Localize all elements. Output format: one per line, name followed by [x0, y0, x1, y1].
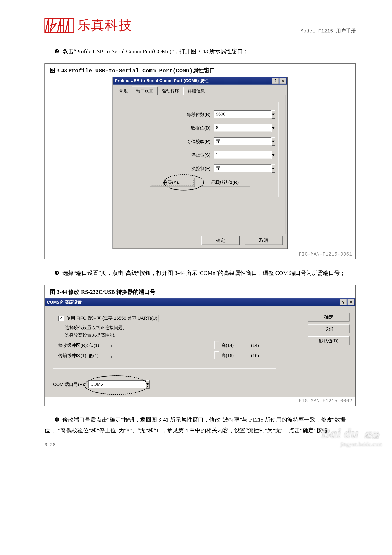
parity-dropdown-icon[interactable]: [271, 138, 275, 146]
dialog2-title: COM5 的高级设置: [47, 299, 82, 305]
tab-general[interactable]: 常规: [115, 87, 132, 95]
page-header: 乐真科技 Model F1215 用户手册: [44, 16, 356, 36]
figure-3-44: 图 3-44 修改 RS-232C/USB 转换器的端口号 COM5 的高级设置…: [44, 285, 356, 406]
help-button-2[interactable]: ?: [340, 299, 347, 305]
advanced-settings-dialog: COM5 的高级设置 ? × 确定 取消 默认值(D) ✓ 使用 FIFO 缓冲…: [45, 298, 356, 397]
ok-button[interactable]: 确定: [201, 236, 240, 245]
help-button[interactable]: ?: [272, 78, 279, 84]
rx-slider-thumb[interactable]: [214, 341, 219, 349]
step-3: ❸ 选择“端口设置”页，点击“高级”按钮，打开图 3-44 所示“COMn”的高…: [54, 268, 356, 278]
brand-logo: [44, 18, 74, 33]
rx-value: (14): [251, 343, 271, 348]
flow-dropdown-icon[interactable]: [271, 164, 275, 173]
page-number: 3-28: [44, 442, 356, 447]
rx-high-label: 高(14): [221, 343, 248, 348]
tx-buffer-label: 传输缓冲区(T): 低(1): [58, 353, 108, 358]
tx-buffer-slider[interactable]: [111, 354, 218, 357]
flow-combo[interactable]: [214, 164, 273, 173]
rx-buffer-label: 接收缓冲区(R): 低(1): [58, 343, 108, 348]
stopbits-label: 停止位(S):: [191, 152, 212, 158]
fig-3-44-id: FIG-MAN-F1215-0062: [45, 397, 356, 406]
stopbits-combo[interactable]: [214, 151, 273, 159]
comport-combo[interactable]: [88, 380, 131, 388]
tx-slider-thumb[interactable]: [214, 351, 219, 359]
tab-driver[interactable]: 驱动程序: [158, 87, 183, 95]
dialog-titlebar: Prolific USB-to-Serial Comm Port (COM5) …: [113, 77, 287, 85]
baud-combo[interactable]: [214, 110, 273, 119]
comport-label: COM 端口号(P):: [53, 381, 85, 387]
step-2-text: 双击“Profile USB-to-Serial Comm Port(COMn)…: [62, 48, 248, 54]
rx-buffer-slider[interactable]: [111, 344, 218, 347]
tx-value: (16): [251, 353, 271, 358]
figure-3-43: 图 3-43 Profile USB-to-Serial Comm Port(C…: [44, 63, 356, 259]
step-4: ❹ 修改端口号后点击“确定”按钮，返回图 3-41 所示属性窗口，修改“波特率”…: [44, 414, 356, 436]
close-button[interactable]: ×: [280, 78, 286, 84]
databits-dropdown-icon[interactable]: [271, 124, 275, 132]
advanced-button[interactable]: 高级(A)...: [150, 178, 195, 187]
cancel-button[interactable]: 取消: [245, 236, 283, 245]
restore-defaults-button[interactable]: 还原默认值(R): [199, 178, 250, 187]
ok-button-2[interactable]: 确定: [308, 313, 349, 321]
parity-combo[interactable]: [214, 138, 273, 146]
tab-details[interactable]: 详细信息: [183, 87, 209, 95]
fifo-checkbox[interactable]: ✓: [58, 316, 64, 321]
databits-input[interactable]: [214, 124, 271, 131]
com-properties-dialog: Prolific USB-to-Serial Comm Port (COM5) …: [112, 77, 288, 249]
hint-high: 选择较高设置以提高性能。: [65, 332, 271, 338]
flow-label: 流控制(F):: [191, 166, 212, 172]
tx-high-label: 高(16): [221, 353, 248, 358]
tab-port-settings[interactable]: 端口设置: [132, 87, 158, 95]
comport-input[interactable]: [88, 380, 146, 388]
manual-title: Model F1215 用户手册: [300, 28, 356, 34]
baud-dropdown-icon[interactable]: [271, 110, 275, 119]
fifo-checkbox-label: 使用 FIFO 缓冲区 (需要 16550 兼容 UART)(U): [65, 315, 158, 321]
step-3-text: 选择“端口设置”页，点击“高级”按钮，打开图 3-44 所示“COMn”的高级属…: [62, 270, 346, 276]
tabs: 常规 端口设置 驱动程序 详细信息: [113, 85, 287, 95]
cancel-button-2[interactable]: 取消: [308, 324, 349, 333]
stopbits-dropdown-icon[interactable]: [271, 151, 275, 159]
parity-label: 奇偶校验(P):: [187, 139, 212, 145]
parity-input[interactable]: [214, 138, 271, 145]
hint-low: 选择较低设置以纠正连接问题。: [65, 325, 271, 331]
baud-input[interactable]: [214, 110, 271, 118]
step-4-text: 修改端口号后点击“确定”按钮，返回图 3-41 所示属性窗口，修改“波特率”与 …: [44, 416, 346, 433]
defaults-button[interactable]: 默认值(D): [308, 336, 349, 345]
step-2: ❷ 双击“Profile USB-to-Serial Comm Port(COM…: [54, 46, 356, 57]
stopbits-input[interactable]: [214, 151, 271, 159]
flow-input[interactable]: [214, 164, 271, 172]
fig-3-43-id: FIG-MAN-F1215-0061: [45, 250, 356, 259]
fig-3-44-caption: 图 3-44 修改 RS-232C/USB 转换器的端口号: [45, 285, 356, 298]
brand-name-cn: 乐真科技: [77, 16, 132, 34]
baud-label: 每秒位数(B):: [187, 112, 212, 117]
databits-combo[interactable]: [214, 124, 273, 132]
comport-dropdown-icon[interactable]: [146, 380, 150, 388]
fig-3-43-caption: 图 3-43 Profile USB-to-Serial Comm Port(C…: [45, 64, 356, 77]
fifo-group: ✓ 使用 FIFO 缓冲区 (需要 16550 兼容 UART)(U) 选择较低…: [53, 311, 276, 369]
close-button-2[interactable]: ×: [348, 299, 355, 305]
databits-label: 数据位(D):: [191, 125, 212, 131]
dialog-title: Prolific USB-to-Serial Comm Port (COM5) …: [115, 78, 209, 84]
